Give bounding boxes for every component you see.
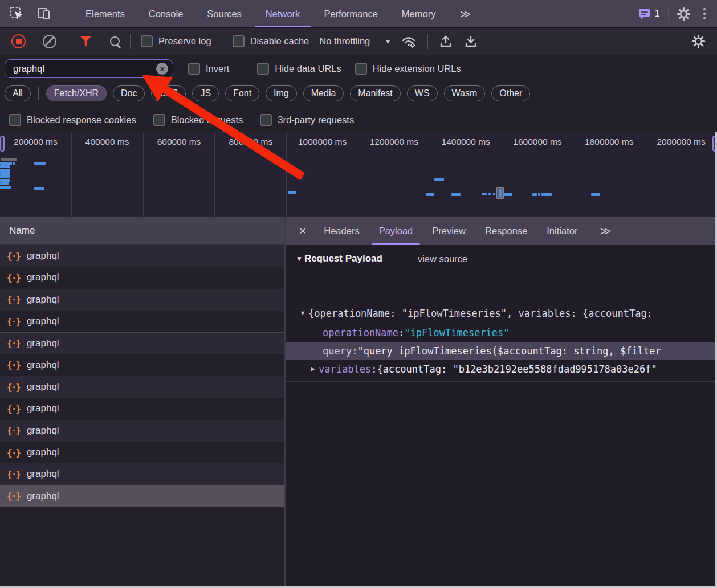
chip-all[interactable]: All: [5, 85, 31, 101]
import-har-icon[interactable]: [438, 34, 453, 49]
tab-memory[interactable]: Memory: [390, 0, 448, 27]
request-row[interactable]: {·}graphql: [0, 311, 284, 332]
clear-filter-icon[interactable]: ×: [156, 63, 168, 75]
request-row[interactable]: {·}graphql: [0, 332, 284, 354]
device-toolbar-icon[interactable]: [36, 6, 51, 21]
invert-checkbox[interactable]: Invert: [188, 63, 229, 75]
console-messages-badge[interactable]: 1: [638, 7, 660, 21]
network-conditions-icon[interactable]: [401, 34, 417, 49]
timeline-tick: 1400000 ms: [430, 132, 502, 217]
checkbox-box: [141, 35, 153, 47]
hide-data-urls-checkbox[interactable]: Hide data URLs: [257, 63, 341, 75]
checkbox-box: [9, 114, 21, 126]
network-toolbar: Preserve log Disable cache No throttling…: [0, 27, 717, 55]
chip-ws[interactable]: WS: [407, 85, 438, 101]
timeline-tick: 200000 ms: [0, 132, 72, 217]
chip-media[interactable]: Media: [303, 85, 344, 101]
chip-manifest[interactable]: Manifest: [350, 85, 400, 101]
name-column-header[interactable]: Name: [0, 217, 284, 245]
tab-console[interactable]: Console: [137, 0, 195, 27]
close-icon[interactable]: ×: [291, 217, 314, 245]
divider: [668, 6, 669, 22]
checkbox-box: [188, 63, 200, 75]
fetch-xhr-icon: {·}: [7, 338, 20, 349]
disable-cache-checkbox[interactable]: Disable cache: [233, 35, 309, 47]
hide-extension-urls-checkbox[interactable]: Hide extension URLs: [355, 63, 461, 75]
settings-gear-icon[interactable]: [677, 7, 691, 21]
clear-network-log-button[interactable]: [43, 35, 56, 48]
request-row[interactable]: {·}graphql: [0, 420, 284, 442]
divider: [222, 34, 222, 49]
fetch-xhr-icon: {·}: [7, 316, 20, 327]
blocked-requests-checkbox[interactable]: Blocked requests: [153, 114, 243, 126]
chip-js[interactable]: JS: [192, 85, 219, 101]
request-row[interactable]: {·}graphql: [0, 267, 284, 288]
tab-response[interactable]: Response: [475, 217, 537, 245]
record-stop-button[interactable]: [11, 34, 26, 48]
chip-other[interactable]: Other: [491, 85, 530, 101]
overview-left-handle[interactable]: [0, 136, 5, 152]
payload-query-line-selected[interactable]: query: "query ipFlowTimeseries($accountT…: [286, 342, 717, 360]
tab-network[interactable]: Network: [254, 0, 312, 27]
timeline-tick: 1000000 ms: [287, 132, 358, 217]
divider: [38, 87, 39, 100]
request-row[interactable]: {·}graphql: [0, 289, 284, 311]
tab-preview[interactable]: Preview: [422, 217, 475, 245]
payload-variables-line[interactable]: ▶ variables: {accountTag: "b12e3b2192ee5…: [286, 360, 717, 378]
request-row-selected[interactable]: {·}graphql: [0, 485, 284, 507]
kebab-menu-icon[interactable]: [699, 8, 711, 20]
timeline-tick: 600000 ms: [144, 132, 215, 217]
search-icon[interactable]: [110, 36, 120, 46]
tab-initiator[interactable]: Initiator: [537, 217, 587, 245]
tab-sources[interactable]: Sources: [195, 0, 254, 27]
network-settings-gear-icon[interactable]: [691, 34, 706, 48]
request-row[interactable]: {·}graphql: [0, 354, 284, 376]
payload-operation-line[interactable]: operationName: "ipFlowTimeseries": [286, 324, 717, 341]
filter-text-input[interactable]: [12, 63, 145, 75]
toolbar-left-icons: [0, 0, 74, 27]
tab-headers[interactable]: Headers: [314, 217, 369, 245]
more-tabs-button[interactable]: ≫: [447, 0, 483, 27]
network-overview-timeline[interactable]: 200000 ms 400000 ms 600000 ms 800000 ms …: [0, 132, 717, 217]
tab-elements[interactable]: Elements: [74, 0, 137, 27]
fetch-xhr-icon: {·}: [7, 251, 20, 262]
request-row[interactable]: {·}graphql: [0, 442, 284, 463]
inspect-element-icon[interactable]: [9, 6, 24, 21]
request-row[interactable]: {·}graphql: [0, 398, 284, 419]
blocked-response-cookies-checkbox[interactable]: Blocked response cookies: [9, 114, 136, 126]
chip-doc[interactable]: Doc: [113, 85, 145, 101]
chip-img[interactable]: Img: [266, 85, 297, 101]
messages-count: 1: [655, 9, 660, 19]
devtools-tab-bar: Elements Console Sources Network Perform…: [0, 0, 717, 27]
requests-panel: Name {·}graphql {·}graphql {·}graphql {·…: [0, 217, 286, 588]
payload-preview-line[interactable]: ▼ {operationName: "ipFlowTimeseries", va…: [286, 304, 717, 322]
view-source-link[interactable]: view source: [418, 254, 467, 264]
filter-zone: × Invert Hide data URLs Hide extension U…: [0, 55, 717, 132]
expand-triangle-icon[interactable]: ▶: [307, 365, 319, 373]
tab-performance[interactable]: Performance: [312, 0, 389, 27]
preserve-log-checkbox[interactable]: Preserve log: [141, 35, 211, 47]
timeline-tick: 1200000 ms: [358, 132, 430, 217]
tab-payload[interactable]: Payload: [369, 217, 423, 245]
divider: [243, 60, 243, 77]
throttling-dropdown[interactable]: No throttling ▼: [319, 36, 391, 47]
request-payload-section-header[interactable]: ▼ Request Payload view source: [296, 253, 467, 264]
chip-fetch-xhr[interactable]: Fetch/XHR: [46, 85, 107, 101]
resource-type-chips: All Fetch/XHR Doc CSS JS Font Img Media …: [5, 84, 530, 103]
chip-wasm[interactable]: Wasm: [444, 85, 486, 101]
chevron-double-icon[interactable]: ≫: [600, 217, 611, 245]
filter-input-box[interactable]: ×: [5, 59, 173, 78]
chip-css[interactable]: CSS: [151, 85, 186, 101]
request-row[interactable]: {·}graphql: [0, 463, 284, 485]
request-row[interactable]: {·}graphql: [0, 376, 284, 398]
fetch-xhr-icon: {·}: [7, 403, 20, 414]
filter-icon[interactable]: [80, 36, 92, 47]
collapse-triangle-icon[interactable]: ▼: [297, 309, 308, 317]
fetch-xhr-icon: {·}: [7, 425, 20, 436]
fetch-xhr-icon: {·}: [7, 447, 20, 458]
export-har-icon[interactable]: [463, 34, 478, 49]
third-party-requests-checkbox[interactable]: 3rd-party requests: [260, 114, 354, 126]
chip-font[interactable]: Font: [225, 85, 259, 101]
request-row[interactable]: {·}graphql: [0, 245, 284, 267]
collapse-triangle-icon[interactable]: ▼: [296, 255, 303, 263]
